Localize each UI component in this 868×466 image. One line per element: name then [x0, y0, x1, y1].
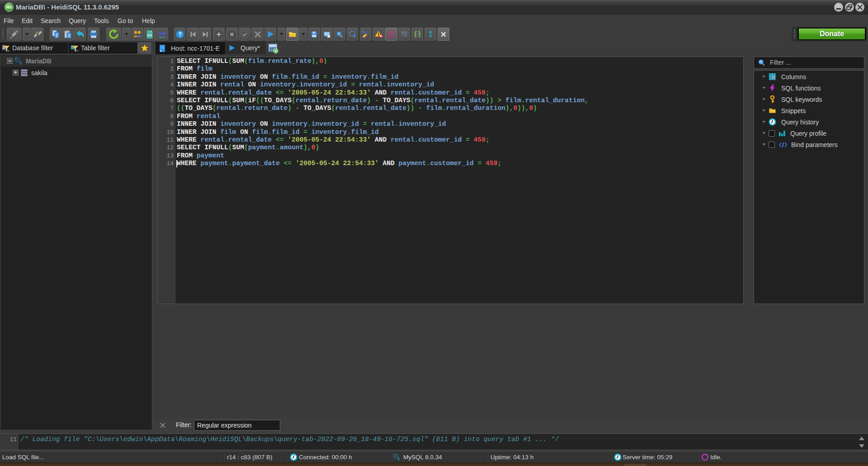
svg-text:?: ?	[178, 31, 181, 38]
svg-text:010: 010	[387, 35, 395, 38]
svg-text:CSV: CSV	[147, 34, 152, 37]
